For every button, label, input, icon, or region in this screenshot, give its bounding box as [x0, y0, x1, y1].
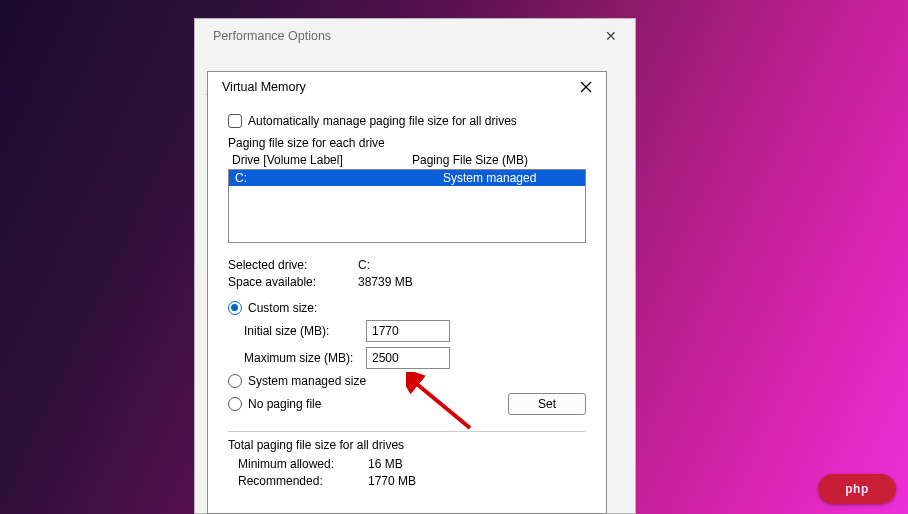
drive-row[interactable]: C: System managed	[229, 170, 585, 186]
drive-list[interactable]: C: System managed	[228, 169, 586, 243]
paging-file-size-group-label: Paging file size for each drive	[228, 136, 586, 150]
totals-section: Total paging file size for all drives Mi…	[228, 438, 586, 490]
system-managed-label: System managed size	[248, 374, 366, 388]
drive-header-col-drive: Drive [Volume Label]	[232, 153, 412, 167]
close-icon[interactable]: ✕	[599, 26, 623, 46]
virtual-memory-body: Automatically manage paging file size fo…	[208, 102, 606, 500]
space-available-label: Space available:	[228, 274, 358, 291]
custom-size-radio[interactable]	[228, 301, 242, 315]
watermark-badge: php	[818, 474, 896, 504]
auto-manage-label: Automatically manage paging file size fo…	[248, 114, 517, 128]
auto-manage-checkbox[interactable]	[228, 114, 242, 128]
min-allowed-label: Minimum allowed:	[238, 456, 368, 473]
virtual-memory-title: Virtual Memory	[222, 80, 306, 94]
drive-size: System managed	[443, 171, 536, 185]
min-allowed-value: 16 MB	[368, 456, 403, 473]
drive-header-col-size: Paging File Size (MB)	[412, 153, 528, 167]
space-available-value: 38739 MB	[358, 274, 413, 291]
custom-size-option[interactable]: Custom size:	[228, 301, 586, 315]
performance-options-title: Performance Options	[213, 29, 331, 43]
maximum-size-label: Maximum size (MB):	[244, 351, 356, 365]
totals-title: Total paging file size for all drives	[228, 438, 586, 452]
auto-manage-row[interactable]: Automatically manage paging file size fo…	[228, 114, 586, 128]
close-icon[interactable]	[576, 77, 596, 97]
drive-list-header: Drive [Volume Label] Paging File Size (M…	[228, 152, 586, 168]
recommended-value: 1770 MB	[368, 473, 416, 490]
custom-size-label: Custom size:	[248, 301, 317, 315]
no-paging-option[interactable]: No paging file	[228, 397, 321, 411]
maximum-size-input[interactable]	[366, 347, 450, 369]
maximum-size-row: Maximum size (MB):	[244, 347, 586, 369]
performance-options-titlebar: Performance Options ✕	[195, 19, 635, 53]
set-button[interactable]: Set	[508, 393, 586, 415]
initial-size-input[interactable]	[366, 320, 450, 342]
drive-info: Selected drive: C: Space available: 3873…	[228, 257, 586, 291]
virtual-memory-window: Virtual Memory Automatically manage pagi…	[207, 71, 607, 514]
initial-size-row: Initial size (MB):	[244, 320, 586, 342]
system-managed-radio[interactable]	[228, 374, 242, 388]
no-paging-row: No paging file Set	[228, 393, 586, 415]
system-managed-option[interactable]: System managed size	[228, 374, 586, 388]
no-paging-radio[interactable]	[228, 397, 242, 411]
virtual-memory-titlebar: Virtual Memory	[208, 72, 606, 102]
divider	[228, 431, 586, 432]
no-paging-label: No paging file	[248, 397, 321, 411]
recommended-label: Recommended:	[238, 473, 368, 490]
size-options: Custom size: Initial size (MB): Maximum …	[228, 301, 586, 415]
selected-drive-label: Selected drive:	[228, 257, 358, 274]
drive-label: C:	[235, 171, 443, 185]
selected-drive-value: C:	[358, 257, 370, 274]
initial-size-label: Initial size (MB):	[244, 324, 356, 338]
watermark-text: php	[845, 482, 869, 496]
